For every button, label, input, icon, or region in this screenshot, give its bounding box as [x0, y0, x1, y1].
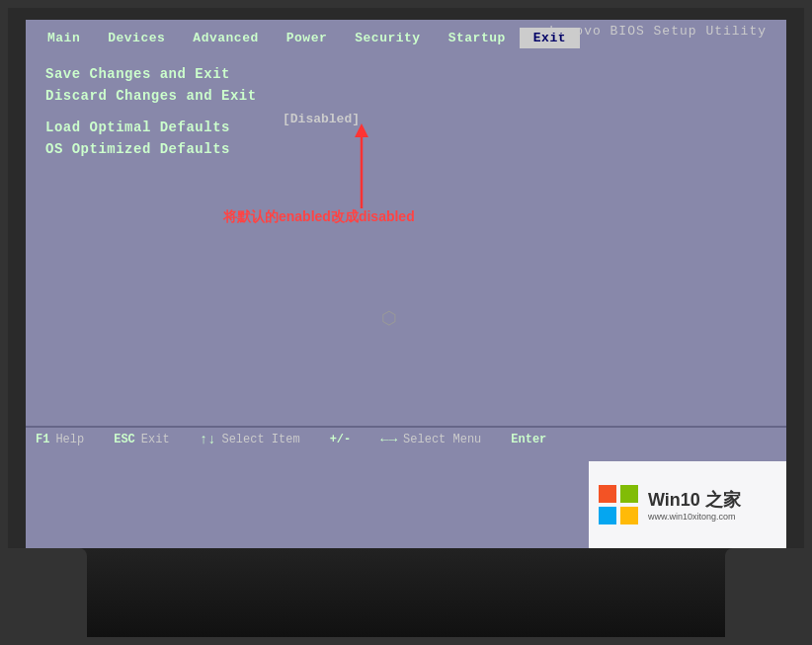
footer-enter: Enter	[511, 433, 546, 446]
watermark-text: Win10 之家 www.win10xitong.com	[648, 488, 741, 522]
svg-rect-4	[599, 507, 616, 524]
watermark-url: www.win10xitong.com	[648, 512, 741, 522]
leftright-icon: ←→	[380, 432, 397, 447]
footer-key-enter: Enter	[511, 433, 546, 446]
nav-item-advanced[interactable]: Advanced	[179, 28, 272, 48]
footer-f1: F1 Help	[36, 433, 84, 446]
updown-icon: ↑↓	[200, 432, 216, 447]
nav-item-security[interactable]: Security	[341, 28, 434, 48]
menu-item-discard-exit[interactable]: Discard Changes and Exit	[45, 88, 767, 104]
footer-esc: ESC Exit	[114, 433, 169, 446]
nav-item-devices[interactable]: Devices	[94, 28, 179, 48]
svg-rect-3	[620, 485, 638, 503]
menu-item-load-optimal[interactable]: Load Optimal Defaults	[45, 120, 767, 135]
cable-left	[8, 548, 87, 637]
bios-title: Lenovo BIOS Setup Utility	[549, 24, 767, 39]
windows-logo-icon	[597, 483, 640, 526]
watermark-title: Win10 之家	[648, 488, 741, 512]
footer-label-select-item: Select Item	[221, 433, 299, 446]
bios-content: Save Changes and Exit Discard Changes an…	[26, 50, 786, 426]
nav-item-main[interactable]: Main	[34, 28, 94, 48]
mouse-cursor: ⬡	[381, 307, 397, 329]
bios-screen: Lenovo BIOS Setup Utility Main Devices A…	[26, 20, 786, 548]
nav-item-startup[interactable]: Startup	[435, 28, 520, 48]
monitor-bottom	[8, 548, 804, 637]
monitor-bezel: Lenovo BIOS Setup Utility Main Devices A…	[0, 0, 812, 645]
menu-item-os-optimized[interactable]: OS Optimized Defaults	[45, 141, 767, 157]
menu-item-save-exit[interactable]: Save Changes and Exit	[45, 66, 767, 82]
bios-header: Lenovo BIOS Setup Utility Main Devices A…	[26, 20, 786, 50]
footer-key-plusminus: +/-	[330, 433, 352, 446]
footer-updown: ↑↓ Select Item	[200, 432, 300, 447]
svg-rect-2	[599, 485, 616, 503]
svg-rect-5	[620, 507, 638, 524]
footer-key-esc: ESC	[114, 433, 135, 446]
bios-footer: F1 Help ESC Exit ↑↓ Select Item +/- ←→ S…	[26, 426, 786, 451]
cable-right	[725, 548, 804, 637]
footer-label-select-menu: Select Menu	[403, 433, 481, 446]
footer-label-help: Help	[55, 433, 84, 446]
footer-key-f1: F1	[36, 433, 49, 446]
cable-area	[8, 548, 804, 637]
footer-leftright: ←→ Select Menu	[380, 432, 481, 447]
footer-label-exit: Exit	[141, 433, 170, 446]
chinese-annotation: 将默认的enabled改成disabled	[223, 208, 415, 226]
nav-item-power[interactable]: Power	[273, 28, 342, 48]
watermark: Win10 之家 www.win10xitong.com	[589, 461, 786, 548]
footer-plusminus: +/-	[330, 433, 352, 446]
